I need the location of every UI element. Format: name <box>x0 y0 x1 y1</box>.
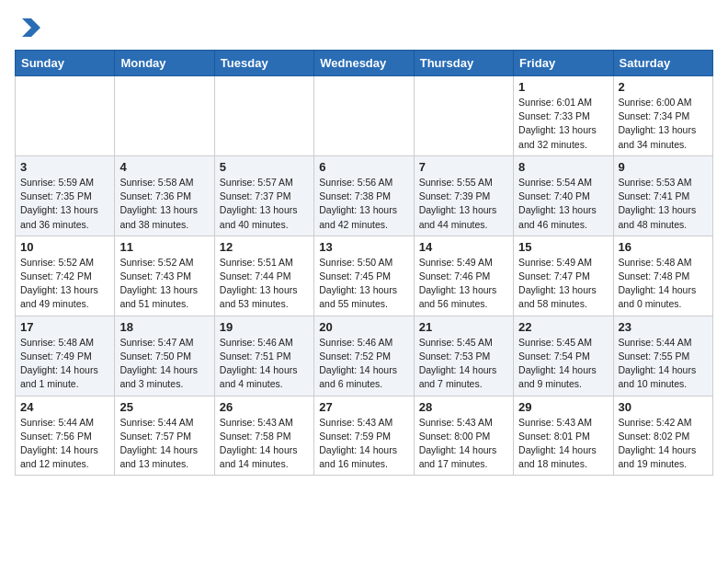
day-number: 21 <box>419 320 508 334</box>
day-number: 23 <box>619 320 708 334</box>
day-info: Sunrise: 5:43 AM Sunset: 8:00 PM Dayligh… <box>419 416 508 472</box>
calendar-cell: 27Sunrise: 5:43 AM Sunset: 7:59 PM Dayli… <box>314 396 414 476</box>
calendar-cell: 3Sunrise: 5:59 AM Sunset: 7:35 PM Daylig… <box>16 155 115 236</box>
calendar-cell: 18Sunrise: 5:47 AM Sunset: 7:50 PM Dayli… <box>115 316 214 396</box>
day-number: 5 <box>220 160 309 174</box>
calendar-cell: 9Sunrise: 5:53 AM Sunset: 7:41 PM Daylig… <box>613 155 712 236</box>
day-info: Sunrise: 5:42 AM Sunset: 8:02 PM Dayligh… <box>619 416 708 472</box>
day-info: Sunrise: 5:50 AM Sunset: 7:45 PM Dayligh… <box>319 256 408 312</box>
weekday-header: Monday <box>115 51 214 76</box>
day-number: 7 <box>419 160 508 174</box>
calendar-cell: 7Sunrise: 5:55 AM Sunset: 7:39 PM Daylig… <box>414 155 513 236</box>
day-number: 29 <box>518 400 608 414</box>
day-number: 12 <box>220 240 309 254</box>
calendar-cell: 1Sunrise: 6:01 AM Sunset: 7:33 PM Daylig… <box>514 76 613 156</box>
day-number: 27 <box>319 400 408 414</box>
calendar-cell: 19Sunrise: 5:46 AM Sunset: 7:51 PM Dayli… <box>214 316 313 396</box>
calendar-week-row: 17Sunrise: 5:48 AM Sunset: 7:49 PM Dayli… <box>16 316 713 396</box>
calendar-cell: 8Sunrise: 5:54 AM Sunset: 7:40 PM Daylig… <box>514 155 613 236</box>
day-info: Sunrise: 5:47 AM Sunset: 7:50 PM Dayligh… <box>119 336 209 392</box>
calendar-cell: 10Sunrise: 5:52 AM Sunset: 7:42 PM Dayli… <box>16 236 115 316</box>
calendar-cell: 16Sunrise: 5:48 AM Sunset: 7:48 PM Dayli… <box>613 236 712 316</box>
calendar-cell: 4Sunrise: 5:58 AM Sunset: 7:36 PM Daylig… <box>115 155 214 236</box>
day-info: Sunrise: 5:57 AM Sunset: 7:37 PM Dayligh… <box>220 176 309 232</box>
page-header <box>15 15 713 42</box>
calendar-cell: 23Sunrise: 5:44 AM Sunset: 7:55 PM Dayli… <box>613 316 712 396</box>
calendar-cell: 25Sunrise: 5:44 AM Sunset: 7:57 PM Dayli… <box>115 396 214 476</box>
day-info: Sunrise: 5:52 AM Sunset: 7:42 PM Dayligh… <box>20 256 109 312</box>
calendar-cell: 13Sunrise: 5:50 AM Sunset: 7:45 PM Dayli… <box>314 236 414 316</box>
day-info: Sunrise: 5:52 AM Sunset: 7:43 PM Dayligh… <box>119 256 209 312</box>
calendar-cell <box>414 76 513 156</box>
day-info: Sunrise: 5:44 AM Sunset: 7:55 PM Dayligh… <box>619 336 708 392</box>
day-info: Sunrise: 5:54 AM Sunset: 7:40 PM Dayligh… <box>518 176 608 232</box>
day-info: Sunrise: 5:43 AM Sunset: 7:59 PM Dayligh… <box>319 416 408 472</box>
calendar-week-row: 3Sunrise: 5:59 AM Sunset: 7:35 PM Daylig… <box>16 155 713 236</box>
calendar-cell <box>214 76 313 156</box>
calendar-cell: 12Sunrise: 5:51 AM Sunset: 7:44 PM Dayli… <box>214 236 313 316</box>
calendar-header-row: SundayMondayTuesdayWednesdayThursdayFrid… <box>16 51 713 76</box>
day-info: Sunrise: 5:56 AM Sunset: 7:38 PM Dayligh… <box>319 176 408 232</box>
calendar-cell: 30Sunrise: 5:42 AM Sunset: 8:02 PM Dayli… <box>613 396 712 476</box>
day-info: Sunrise: 5:55 AM Sunset: 7:39 PM Dayligh… <box>419 176 508 232</box>
day-info: Sunrise: 5:46 AM Sunset: 7:52 PM Dayligh… <box>319 336 408 392</box>
day-info: Sunrise: 5:48 AM Sunset: 7:49 PM Dayligh… <box>20 336 109 392</box>
calendar-cell <box>115 76 214 156</box>
day-info: Sunrise: 6:01 AM Sunset: 7:33 PM Dayligh… <box>518 96 608 152</box>
day-number: 26 <box>220 400 309 414</box>
calendar-cell: 17Sunrise: 5:48 AM Sunset: 7:49 PM Dayli… <box>16 316 115 396</box>
day-number: 19 <box>220 320 309 334</box>
calendar-cell: 24Sunrise: 5:44 AM Sunset: 7:56 PM Dayli… <box>16 396 115 476</box>
day-number: 16 <box>619 240 708 254</box>
logo-icon <box>15 15 42 42</box>
calendar-week-row: 24Sunrise: 5:44 AM Sunset: 7:56 PM Dayli… <box>16 396 713 476</box>
day-info: Sunrise: 5:59 AM Sunset: 7:35 PM Dayligh… <box>20 176 109 232</box>
day-number: 15 <box>518 240 608 254</box>
weekday-header: Wednesday <box>314 51 414 76</box>
calendar-table: SundayMondayTuesdayWednesdayThursdayFrid… <box>15 50 713 476</box>
day-info: Sunrise: 6:00 AM Sunset: 7:34 PM Dayligh… <box>619 96 708 152</box>
calendar-cell: 14Sunrise: 5:49 AM Sunset: 7:46 PM Dayli… <box>414 236 513 316</box>
weekday-header: Friday <box>514 51 613 76</box>
day-info: Sunrise: 5:49 AM Sunset: 7:47 PM Dayligh… <box>518 256 608 312</box>
day-number: 8 <box>518 160 608 174</box>
calendar-week-row: 1Sunrise: 6:01 AM Sunset: 7:33 PM Daylig… <box>16 76 713 156</box>
day-number: 28 <box>419 400 508 414</box>
day-number: 24 <box>20 400 109 414</box>
calendar-cell: 29Sunrise: 5:43 AM Sunset: 8:01 PM Dayli… <box>514 396 613 476</box>
day-number: 11 <box>119 240 209 254</box>
day-number: 20 <box>319 320 408 334</box>
day-number: 17 <box>20 320 109 334</box>
day-number: 9 <box>619 160 708 174</box>
day-info: Sunrise: 5:58 AM Sunset: 7:36 PM Dayligh… <box>119 176 209 232</box>
day-info: Sunrise: 5:46 AM Sunset: 7:51 PM Dayligh… <box>220 336 309 392</box>
calendar-cell: 26Sunrise: 5:43 AM Sunset: 7:58 PM Dayli… <box>214 396 313 476</box>
day-info: Sunrise: 5:45 AM Sunset: 7:53 PM Dayligh… <box>419 336 508 392</box>
weekday-header: Thursday <box>414 51 513 76</box>
day-number: 10 <box>20 240 109 254</box>
svg-marker-0 <box>22 18 40 37</box>
calendar-cell: 28Sunrise: 5:43 AM Sunset: 8:00 PM Dayli… <box>414 396 513 476</box>
day-number: 4 <box>119 160 209 174</box>
calendar-cell <box>314 76 414 156</box>
day-info: Sunrise: 5:51 AM Sunset: 7:44 PM Dayligh… <box>220 256 309 312</box>
day-number: 25 <box>119 400 209 414</box>
calendar-cell: 5Sunrise: 5:57 AM Sunset: 7:37 PM Daylig… <box>214 155 313 236</box>
day-info: Sunrise: 5:43 AM Sunset: 8:01 PM Dayligh… <box>518 416 608 472</box>
calendar-cell: 11Sunrise: 5:52 AM Sunset: 7:43 PM Dayli… <box>115 236 214 316</box>
day-number: 2 <box>619 80 708 94</box>
weekday-header: Tuesday <box>214 51 313 76</box>
weekday-header: Sunday <box>16 51 115 76</box>
day-number: 14 <box>419 240 508 254</box>
calendar-cell: 21Sunrise: 5:45 AM Sunset: 7:53 PM Dayli… <box>414 316 513 396</box>
day-info: Sunrise: 5:44 AM Sunset: 7:56 PM Dayligh… <box>20 416 109 472</box>
day-info: Sunrise: 5:43 AM Sunset: 7:58 PM Dayligh… <box>220 416 309 472</box>
day-number: 13 <box>319 240 408 254</box>
weekday-header: Saturday <box>613 51 712 76</box>
logo <box>15 15 46 42</box>
calendar-cell: 22Sunrise: 5:45 AM Sunset: 7:54 PM Dayli… <box>514 316 613 396</box>
calendar-cell: 6Sunrise: 5:56 AM Sunset: 7:38 PM Daylig… <box>314 155 414 236</box>
day-number: 6 <box>319 160 408 174</box>
calendar-week-row: 10Sunrise: 5:52 AM Sunset: 7:42 PM Dayli… <box>16 236 713 316</box>
day-number: 3 <box>20 160 109 174</box>
